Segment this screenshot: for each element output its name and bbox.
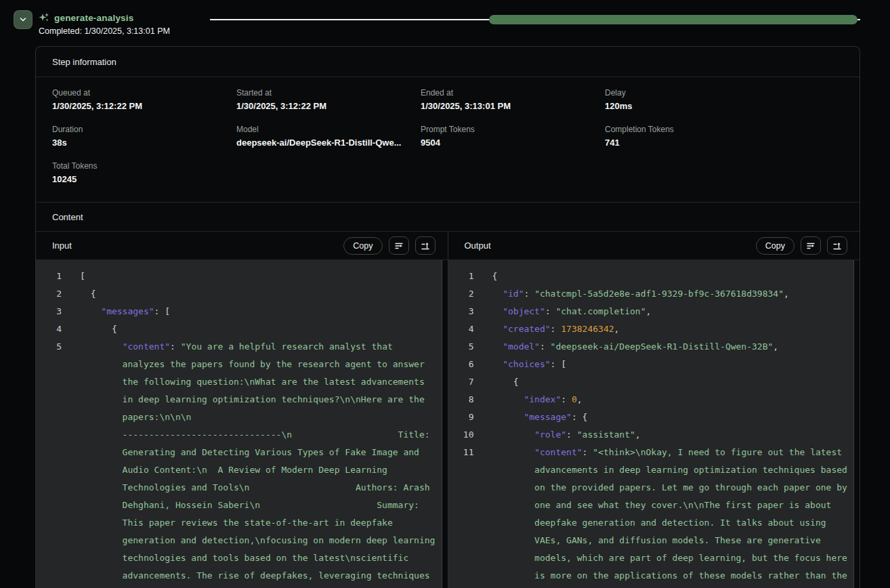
- code-text: "choices": [: [492, 356, 851, 373]
- code-line: 9 "message": {: [448, 408, 854, 426]
- line-number: 2: [36, 285, 62, 303]
- field-total-tokens: Total Tokens 10245: [52, 160, 236, 187]
- code-text: [: [80, 268, 439, 285]
- code-text: "model": "deepseek-ai/DeepSeek-R1-Distil…: [492, 338, 851, 356]
- io-panels: Input Copy 1[2 {3 "messages": [4 {5 "con…: [36, 232, 860, 588]
- code-text: {: [492, 268, 851, 285]
- step-information-grid: Queued at 1/30/2025, 3:12:22 PM Started …: [36, 77, 860, 202]
- code-text: "messages": [: [80, 303, 439, 320]
- line-number: 1: [36, 268, 62, 285]
- output-copy-button[interactable]: Copy: [756, 237, 794, 255]
- field-completion-tokens: Completion Tokens 741: [605, 123, 789, 150]
- input-panel-header: Input Copy: [36, 232, 448, 260]
- line-number: 3: [448, 303, 474, 320]
- line-number: 5: [36, 338, 62, 588]
- field-started-at: Started at 1/30/2025, 3:12:22 PM: [236, 87, 421, 114]
- step-information-title: Step information: [52, 57, 116, 67]
- output-title: Output: [465, 240, 750, 251]
- line-number: 2: [448, 285, 474, 303]
- field-queued-at: Queued at 1/30/2025, 3:12:22 PM: [52, 87, 236, 114]
- field-prompt-tokens: Prompt Tokens 9504: [421, 123, 605, 150]
- line-number: 6: [448, 356, 474, 373]
- code-line: 1{: [448, 268, 854, 285]
- step-title: generate-analysis: [54, 13, 133, 23]
- expand-collapse-icon: [421, 241, 430, 251]
- collapse-step-button[interactable]: [14, 10, 33, 29]
- code-line: 4 "created": 1738246342,: [448, 320, 854, 338]
- code-line: 3 "object": "chat.completion",: [448, 303, 854, 320]
- line-number: 4: [36, 320, 62, 338]
- input-title: Input: [52, 240, 337, 251]
- chevron-down-icon: [19, 16, 27, 24]
- code-text: "created": 1738246342,: [492, 320, 851, 338]
- input-panel: Input Copy 1[2 {3 "messages": [4 {5 "con…: [36, 232, 448, 588]
- field-ended-at: Ended at 1/30/2025, 3:13:01 PM: [421, 87, 605, 114]
- wrap-text-icon: [806, 241, 815, 251]
- code-text: "index": 0,: [492, 391, 851, 408]
- line-number: 3: [36, 303, 62, 320]
- code-text: {: [492, 373, 851, 391]
- input-copy-button[interactable]: Copy: [343, 237, 382, 255]
- trace-step-page: { "header": { "title": "generate-analysi…: [0, 0, 890, 588]
- line-number: 5: [448, 338, 474, 356]
- output-panel: Output Copy 1{2 "id": "chatcmpl-5a5d2e8e…: [448, 232, 860, 588]
- line-number: 11: [448, 444, 474, 588]
- output-wrap-text-button[interactable]: [801, 236, 821, 255]
- code-line: 6 "choices": [: [448, 356, 854, 373]
- code-text: "content": "You are a helpful research a…: [80, 338, 439, 588]
- code-line: 1[: [36, 268, 442, 285]
- content-title: Content: [52, 212, 83, 222]
- line-number: 8: [448, 391, 474, 408]
- code-text: "id": "chatcmpl-5a5d2e8e-adf1-9329-bf9c-…: [492, 285, 851, 303]
- top-bar: generate-analysis Completed: 1/30/2025, …: [0, 0, 890, 39]
- timeline-step-bar[interactable]: [489, 15, 857, 24]
- code-text: {: [80, 285, 439, 303]
- code-text: {: [80, 320, 439, 338]
- code-line: 5 "content": "You are a helpful research…: [36, 338, 442, 588]
- step-completed-timestamp: Completed: 1/30/2025, 3:13:01 PM: [39, 26, 170, 36]
- content-section-header: Content: [36, 202, 860, 232]
- step-meta: generate-analysis Completed: 1/30/2025, …: [39, 12, 170, 36]
- input-wrap-text-button[interactable]: [389, 236, 409, 255]
- code-line: 8 "index": 0,: [448, 391, 854, 408]
- field-delay: Delay 120ms: [605, 87, 789, 114]
- input-expand-button[interactable]: [415, 236, 436, 255]
- output-panel-header: Output Copy: [448, 232, 860, 260]
- line-number: 4: [448, 320, 474, 338]
- step-information-header: Step information: [36, 47, 860, 77]
- output-code-editor[interactable]: 1{2 "id": "chatcmpl-5a5d2e8e-adf1-9329-b…: [448, 260, 855, 588]
- code-line: 4 {: [36, 320, 442, 338]
- code-text: "role": "assistant",: [492, 426, 851, 444]
- output-expand-button[interactable]: [827, 236, 847, 255]
- sparkles-icon: [39, 12, 49, 23]
- line-number: 9: [448, 408, 474, 426]
- step-detail-panel: Step information Queued at 1/30/2025, 3:…: [35, 46, 860, 588]
- wrap-text-icon: [394, 241, 404, 251]
- line-number: 7: [448, 373, 474, 391]
- code-line: 3 "messages": [: [36, 303, 442, 320]
- input-code-editor[interactable]: 1[2 {3 "messages": [4 {5 "content": "You…: [36, 260, 442, 588]
- code-line: 7 {: [448, 373, 854, 391]
- code-text: "message": {: [492, 408, 851, 426]
- expand-collapse-icon: [832, 241, 842, 251]
- code-line: 11 "content": "<think>\nOkay, I need to …: [448, 444, 854, 588]
- line-number: 1: [448, 268, 474, 285]
- code-line: 2 "id": "chatcmpl-5a5d2e8e-adf1-9329-bf9…: [448, 285, 854, 303]
- line-number: 10: [448, 426, 474, 444]
- field-duration: Duration 38s: [52, 123, 236, 150]
- code-line: 2 {: [36, 285, 442, 303]
- code-text: "object": "chat.completion",: [492, 303, 851, 320]
- field-model: Model deepseek-ai/DeepSeek-R1-Distill-Qw…: [236, 123, 421, 150]
- code-line: 10 "role": "assistant",: [448, 426, 854, 444]
- code-line: 5 "model": "deepseek-ai/DeepSeek-R1-Dist…: [448, 338, 854, 356]
- code-text: "content": "<think>\nOkay, I need to fig…: [492, 444, 851, 588]
